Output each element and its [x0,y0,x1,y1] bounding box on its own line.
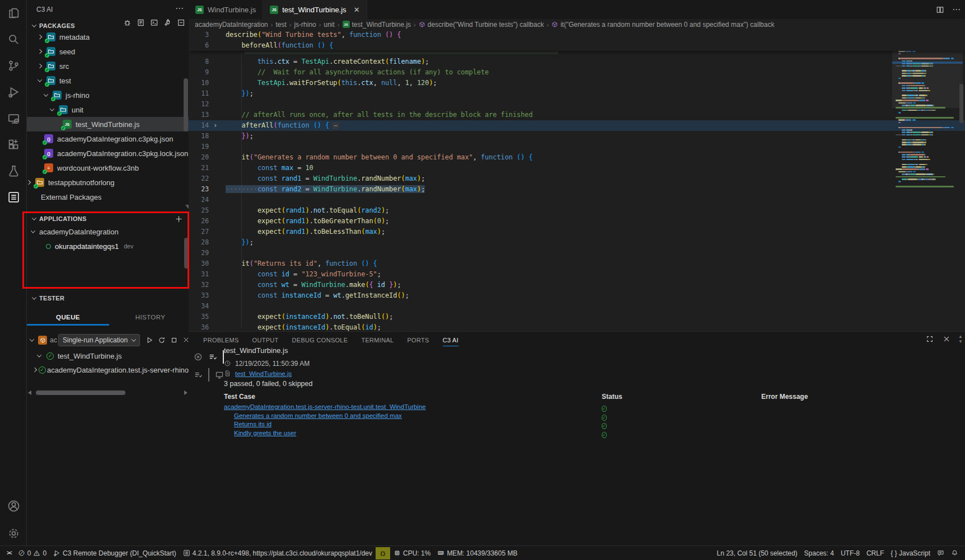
code-line-25[interactable]: 25 expect(rand1).not.toEqual(rand2); [189,205,965,216]
breadcrumb-item[interactable]: test [275,21,286,29]
tree-item-unit[interactable]: ✓unit [27,102,189,117]
editor-scrollbar[interactable] [959,84,963,123]
status-indentation[interactable]: Spaces: 4 [801,547,837,559]
scroll-left-arrow[interactable] [28,390,31,395]
code-line-34[interactable]: 34 [189,301,965,312]
result-file-link[interactable]: test_WindTurbine.js [235,370,292,377]
tree-item-seed[interactable]: ✓seed [27,44,189,59]
run-button[interactable] [146,336,153,344]
code-line-18[interactable]: 18 }); [189,131,965,142]
run-debug-icon[interactable] [0,81,27,103]
tester-section-header[interactable]: TESTER [32,295,64,302]
test-case-link[interactable]: Returns its id [234,421,271,427]
sticky-line-3[interactable]: 3describe("Wind Turbine tests", function… [189,30,965,40]
breadcrumb-item[interactable]: it("Generates a random number between 0 … [551,21,774,29]
split-editor-icon[interactable] [936,6,944,14]
scrollbar-thumb[interactable] [36,390,125,395]
maximize-panel-icon[interactable] [926,335,934,343]
code-line-13[interactable]: 13 // afterAll runs once, after all test… [189,110,965,120]
status-feedback[interactable] [934,547,948,559]
tree-item-test-windturbine-js[interactable]: JS✓test_WindTurbine.js [27,117,189,131]
status-c3-version[interactable]: 4.2.1, 8.9.0-rc+498, https://plat.c3ci.c… [180,547,376,559]
code-line-30[interactable]: 30 it("Returns its id", function () { [189,258,965,269]
status-problems[interactable]: 00 [15,547,50,559]
tab-queue[interactable]: QUEUE [27,309,109,325]
tree-item-js-rhino[interactable]: ✓js-rhino [27,88,189,102]
breadcrumb-item[interactable]: unit [324,21,334,29]
application-env-item[interactable]: okurapdataintegqs1 dev [27,239,189,253]
status-cpu[interactable]: CPU: 1% [390,547,434,559]
minimap[interactable] [894,30,958,197]
scroll-right-arrow[interactable] [184,390,188,395]
tree-item-academydataintegration-c3pkg-lock-json[interactable]: {}✓academyDataIntegration.c3pkg.lock.jso… [27,146,189,161]
code-line-12[interactable]: 12 [189,99,965,110]
code-line-20[interactable]: 20 it("Generates a random number between… [189,152,965,163]
test-case-link[interactable]: Generates a random number between 0 and … [234,412,402,419]
debug-tests-icon[interactable] [123,18,132,27]
search-icon[interactable] [0,28,27,50]
tree-item-testappbutnotforlong[interactable]: ✓testappbutnotforlong [27,175,189,190]
test-case-link[interactable]: Kindly greets the user [234,430,296,436]
code-line-19[interactable]: 19 [189,142,965,152]
packages-scrollbar[interactable] [184,78,188,131]
settings-icon[interactable] [0,522,27,544]
results-list-icon[interactable] [194,370,203,379]
code-line-22[interactable]: 22 const rand1 = WindTurbine.randNumber(… [189,173,965,184]
code-line-27[interactable]: 27 expect(rand1).toBeLessThan(max); [189,227,965,237]
deploy-icon[interactable] [163,18,172,27]
fold-chevron-icon[interactable]: › [213,120,217,131]
collapse-all-icon[interactable] [177,18,185,27]
test-beaker-icon[interactable] [0,159,27,182]
code-line-10[interactable]: 10 TestApi.waitForSetup(this.ctx, null, … [189,78,965,88]
code-line-24[interactable]: 24 [189,195,965,205]
status-memory[interactable]: MEM: 10439/33605 MB [434,547,521,559]
sticky-line-6[interactable]: 6 beforeAll(function () { [189,40,965,51]
remote-debugger-icon[interactable] [0,107,27,129]
rerun-button[interactable] [158,336,166,344]
breadcrumb-item[interactable]: describe("Wind Turbine tests") callback [419,21,544,29]
tab-test_windturbine-js[interactable]: JStest_WindTurbine.js✕ [263,0,367,19]
tree-item-wordcount-workflow-c3nb[interactable]: ≡✓wordcount-workflow.c3nb [27,161,189,175]
code-line-14[interactable]: 14› afterAll(function () {⋯ [189,120,965,131]
code-editor[interactable]: 8 this.ctx = TestApi.createContext(filen… [189,30,965,331]
code-line-31[interactable]: 31 const id = "123_windTurbine-5"; [189,269,965,280]
code-line-28[interactable]: 28 }); [189,237,965,248]
tab-history[interactable]: HISTORY [109,309,189,325]
tree-item-metadata[interactable]: ✓metadata [27,30,189,44]
status-bug-toggle[interactable] [376,547,390,559]
packages-section-header[interactable]: PACKAGES [32,22,75,29]
tab-windturbine-js[interactable]: JSWindTurbine.js [189,0,263,19]
status-cursor-position[interactable]: Ln 23, Col 51 (50 selected) [713,547,800,559]
files-icon[interactable] [0,2,27,24]
monitor-view-icon[interactable] [215,370,224,379]
add-application-button[interactable] [175,215,183,223]
applications-scrollbar[interactable] [184,238,189,269]
queue-test-suite-row[interactable]: ✓ academyDataIntegration.test.js-server-… [27,363,189,377]
console-icon[interactable] [150,18,158,27]
status-debugger[interactable]: C3 Remote Debugger (DI_QuickStart) [50,547,180,559]
close-queue-button[interactable] [182,336,189,343]
status-remote-indicator[interactable]: >< [3,547,15,559]
applications-section-header[interactable]: APPLICATIONS [32,215,87,222]
queue-test-file-row[interactable]: ✓ test_WindTurbine.js [27,349,189,363]
editor-more-icon[interactable]: ⋯ [952,4,961,15]
code-line-35[interactable]: 35 expect(instanceId).not.toBeNull(); [189,312,965,322]
close-panel-icon[interactable] [943,335,950,343]
c3-ai-icon[interactable] [0,186,27,208]
tree-item-src[interactable]: ✓src [27,59,189,73]
breadcrumb-item[interactable]: js-rhino [294,21,316,29]
code-line-8[interactable]: 8 this.ctx = TestApi.createContext(filen… [189,57,965,67]
sidebar-more-icon[interactable]: ⋯ [175,3,184,13]
account-icon[interactable] [0,495,27,517]
status-eol[interactable]: CRLF [863,547,887,559]
code-line-11[interactable]: 11 }); [189,88,965,99]
code-line-36[interactable]: 36 expect(instanceId).toEqual(id); [189,322,965,331]
application-item[interactable]: academyDataIntegration [27,224,189,239]
run-mode-dropdown[interactable]: Single-run Application [58,334,140,346]
code-line-29[interactable]: 29 [189,248,965,258]
test-case-link[interactable]: academyDataIntegration.test.js-server-rh… [224,403,426,410]
code-line-9[interactable]: 9 // Wait for all asynchronous actions (… [189,67,965,78]
status-encoding[interactable]: UTF-8 [837,547,863,559]
code-line-32[interactable]: 32 const wt = WindTurbine.make({ id }); [189,280,965,290]
code-line-21[interactable]: 21 const max = 10 [189,163,965,173]
